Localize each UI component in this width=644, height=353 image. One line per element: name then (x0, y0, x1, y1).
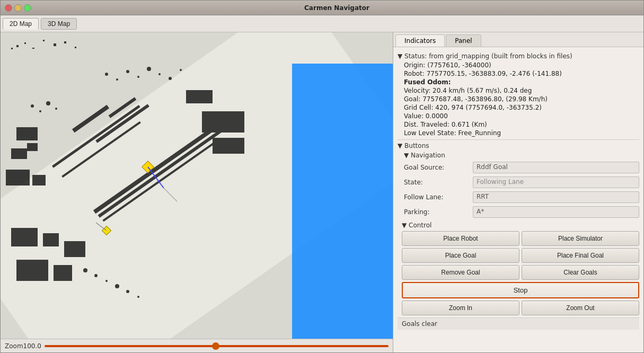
svg-point-36 (158, 73, 161, 75)
goal-source-row: Goal Source: Rddf Goal (404, 160, 639, 175)
svg-point-42 (115, 284, 119, 288)
bottom-button-grid: Zoom In Zoom Out (402, 301, 639, 315)
svg-rect-16 (6, 170, 30, 186)
tab-indicators[interactable]: Indicators (395, 34, 445, 47)
svg-rect-49 (292, 64, 393, 339)
stop-button[interactable]: Stop (402, 282, 639, 298)
place-robot-button[interactable]: Place Robot (402, 231, 519, 246)
right-panel: Indicators Panel ▼ Status: from grid_map… (393, 32, 643, 352)
remove-goal-button[interactable]: Remove Goal (402, 265, 519, 280)
svg-point-48 (55, 108, 57, 110)
grid-cell-row: Grid Cell: 420, 974 (7757694.0, -363735.… (398, 103, 639, 112)
goals-clear-status: Goals clear (398, 317, 639, 330)
divider-1 (398, 139, 639, 140)
svg-point-39 (83, 268, 87, 272)
nav-header: ▼ Navigation (404, 152, 639, 159)
svg-rect-25 (64, 241, 85, 257)
svg-rect-28 (202, 111, 244, 133)
robot-row: Robot: 7757705.15, -363883.09, -2.476 (-… (398, 69, 639, 78)
svg-rect-5 (32, 48, 34, 49)
status-header: ▼ Status: from grid_mapping (built from … (398, 52, 639, 60)
control-header: ▼ Control (402, 222, 639, 229)
follow-lane-row: Follow Lane: RRT (404, 190, 639, 205)
tab-2d-map[interactable]: 2D Map (3, 18, 39, 30)
place-simulator-button[interactable]: Place Simulator (522, 231, 639, 246)
dist-traveled-row: Dist. Traveled: 0.671 (Km) (398, 120, 639, 129)
tab-panel[interactable]: Panel (446, 34, 481, 47)
svg-point-37 (169, 77, 172, 80)
svg-point-47 (46, 101, 50, 105)
clear-goals-button[interactable]: Clear Goals (522, 265, 639, 280)
svg-rect-13 (16, 127, 38, 140)
close-button[interactable] (5, 4, 12, 12)
goal-source-value: Rddf Goal (473, 162, 639, 173)
svg-rect-15 (27, 143, 38, 151)
parking-label: Parking: (404, 208, 473, 216)
value-row: Value: 0.0000 (398, 112, 639, 120)
follow-lane-value: RRT (473, 191, 639, 203)
low-level-state-row: Low Level State: Free_Running (398, 129, 639, 137)
tab-3d-map[interactable]: 3D Map (41, 18, 77, 30)
svg-rect-8 (64, 41, 66, 43)
svg-rect-26 (16, 260, 48, 281)
svg-point-41 (105, 280, 108, 282)
main-area: Zoom100.0 Indicators Panel ▼ Status: fro… (1, 32, 643, 352)
parking-value: A* (473, 206, 639, 218)
panel-content: ▼ Status: from grid_mapping (built from … (393, 47, 643, 352)
zoom-label: Zoom100.0 (5, 342, 41, 350)
svg-point-45 (31, 104, 34, 108)
svg-point-44 (137, 296, 139, 298)
fused-odom-row: Fused Odom: (398, 78, 639, 86)
svg-rect-17 (32, 175, 46, 186)
zoom-bar: Zoom100.0 (1, 339, 393, 352)
place-goal-button[interactable]: Place Goal (402, 248, 519, 263)
control-title: ▼ Control (402, 222, 431, 229)
status-title: ▼ Status: from grid_mapping (built from … (398, 52, 572, 60)
parking-row: Parking: A* (404, 205, 639, 219)
svg-rect-2 (11, 48, 13, 49)
svg-rect-24 (43, 233, 59, 246)
map-area: Zoom100.0 (1, 32, 393, 352)
nav-section: ▼ Navigation Goal Source: Rddf Goal Stat… (398, 152, 639, 219)
map-canvas[interactable] (1, 32, 393, 339)
goal-source-label: Goal Source: (404, 164, 473, 171)
state-value: Following Lane (473, 176, 639, 188)
minimize-button[interactable] (14, 4, 22, 12)
zoom-in-button[interactable]: Zoom In (402, 301, 519, 315)
svg-point-46 (39, 110, 41, 112)
titlebar: Carmen Navigator (1, 1, 643, 15)
zoom-slider[interactable] (45, 345, 389, 347)
origin-row: Origin: (7757610, -364000) (398, 61, 639, 69)
buttons-header: ▼ Buttons (398, 142, 639, 149)
zoom-out-button[interactable]: Zoom Out (522, 301, 639, 315)
fused-odom-label: Fused Odom: (404, 78, 451, 86)
maximize-button[interactable] (24, 4, 31, 12)
svg-rect-27 (54, 265, 72, 281)
goal-row: Goal: 7757687.48, -363896.80, (29.98 Km/… (398, 95, 639, 103)
window-controls (5, 4, 31, 12)
svg-point-38 (180, 69, 182, 71)
nav-title: ▼ Navigation (404, 152, 445, 159)
main-window: Carmen Navigator 2D Map 3D Map (0, 0, 644, 353)
svg-point-35 (147, 67, 151, 71)
svg-rect-4 (24, 42, 26, 44)
follow-lane-label: Follow Lane: (404, 193, 473, 201)
state-label: State: (404, 179, 473, 186)
map-svg (1, 32, 393, 339)
velocity-row: Velocity: 20.4 km/h (5.67 m/s), 0.24 deg (398, 86, 639, 95)
svg-point-33 (126, 70, 129, 73)
svg-point-31 (105, 73, 108, 76)
control-section: ▼ Control Place Robot Place Simulator Pl… (398, 222, 639, 315)
svg-rect-30 (186, 90, 213, 103)
svg-rect-6 (43, 40, 45, 41)
svg-point-34 (137, 76, 139, 78)
svg-point-40 (94, 274, 98, 277)
svg-point-43 (126, 290, 129, 293)
svg-rect-3 (16, 45, 19, 47)
window-title: Carmen Navigator (34, 4, 639, 12)
svg-rect-23 (11, 228, 38, 246)
control-button-grid: Place Robot Place Simulator Place Goal P… (402, 231, 639, 298)
place-final-goal-button[interactable]: Place Final Goal (522, 248, 639, 263)
svg-rect-29 (213, 138, 244, 154)
svg-rect-7 (54, 43, 56, 46)
